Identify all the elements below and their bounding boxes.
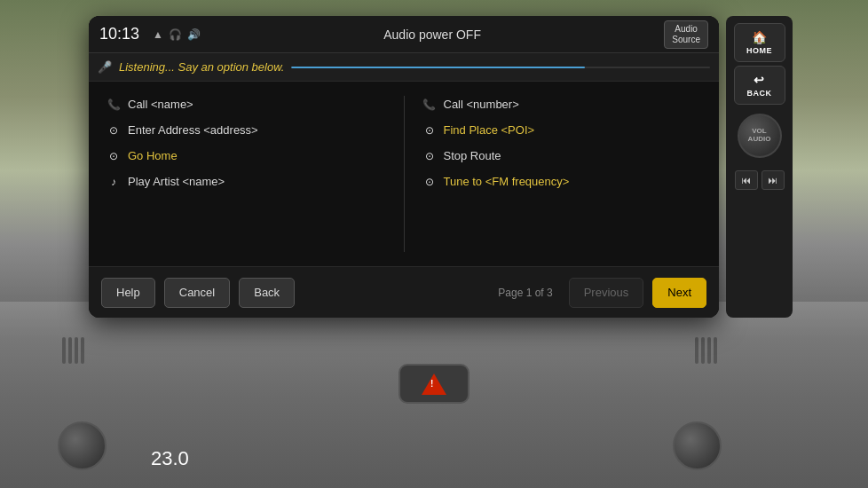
climate-knob-right[interactable] — [673, 421, 722, 470]
left-options-column: 📞 Call <name> ⊙ Enter Address <address> … — [89, 89, 404, 259]
page-info: Page 1 of 3 — [304, 287, 560, 299]
option-stop-route[interactable]: ⊙ Stop Route — [419, 144, 706, 168]
climate-knob-left[interactable] — [58, 421, 107, 470]
nav-icon: ⊙ — [422, 124, 437, 137]
option-go-home[interactable]: ⊙ Go Home — [103, 144, 390, 168]
header-icons: ▲ 🎧 🔊 — [153, 28, 201, 41]
back-button[interactable]: Back — [239, 278, 295, 308]
volume-knob[interactable]: VOL AUDIO — [738, 114, 782, 158]
help-button[interactable]: Help — [101, 278, 155, 308]
back-arrow-icon: ↩ — [754, 73, 765, 87]
option-label: Tune to <FM frequency> — [444, 175, 570, 188]
listening-progress-bar — [291, 67, 710, 68]
nav-icon: ⊙ — [422, 176, 437, 188]
time-display: 10:13 — [99, 25, 142, 43]
option-enter-address[interactable]: ⊙ Enter Address <address> — [103, 118, 390, 142]
prev-track-button[interactable]: ⏮ — [735, 170, 758, 190]
option-label: Go Home — [128, 149, 178, 162]
media-controls: ⏮ ⏭ — [735, 170, 785, 190]
phone-icon: 📞 — [107, 98, 121, 111]
phone-icon: 📞 — [422, 98, 437, 111]
home-label: HOME — [746, 46, 772, 55]
music-icon: ♪ — [107, 176, 121, 188]
vol-label: VOL AUDIO — [748, 128, 771, 144]
phone-icon: 🎧 — [169, 28, 182, 41]
home-icon: 🏠 — [752, 30, 768, 44]
back-label: BACK — [747, 89, 772, 98]
option-label: Play Artist <name> — [128, 175, 225, 188]
hazard-button[interactable] — [398, 364, 470, 404]
option-label: Find Place <POI> — [444, 123, 535, 137]
option-call-number[interactable]: 📞 Call <number> — [419, 92, 706, 116]
temperature-value: 23.0 — [151, 447, 189, 469]
option-label: Stop Route — [444, 149, 501, 162]
right-options-column: 📞 Call <number> ⊙ Find Place <POI> ⊙ Sto… — [405, 89, 720, 259]
right-control-panel: 🏠 HOME ↩ BACK VOL AUDIO ⏮ ⏭ — [726, 16, 793, 318]
vent-left — [62, 337, 84, 364]
nav-icon: ⊙ — [107, 150, 121, 162]
listening-progress-fill — [291, 67, 584, 68]
next-track-button[interactable]: ⏭ — [761, 170, 785, 190]
options-area: 📞 Call <name> ⊙ Enter Address <address> … — [89, 82, 719, 266]
next-button[interactable]: Next — [652, 278, 706, 308]
listening-bar: 🎤 Listening... Say an option below. — [89, 53, 719, 82]
cancel-button[interactable]: Cancel — [164, 278, 230, 308]
microphone-icon: 🎤 — [98, 60, 112, 74]
nav-icon: ⊙ — [422, 150, 437, 162]
nav-icon: ⊙ — [107, 124, 121, 137]
option-label: Call <number> — [444, 98, 519, 111]
infotainment-screen: 10:13 ▲ 🎧 🔊 Audio power OFF AudioSource … — [89, 16, 719, 318]
option-label: Enter Address <address> — [128, 123, 258, 137]
temperature-display: 23.0 — [151, 447, 189, 470]
option-label: Call <name> — [128, 98, 193, 111]
home-button[interactable]: 🏠 HOME — [734, 23, 785, 62]
previous-button: Previous — [569, 278, 644, 308]
listening-text: Listening... Say an option below. — [119, 60, 284, 74]
audio-status: Audio power OFF — [211, 28, 653, 42]
option-play-artist[interactable]: ♪ Play Artist <name> — [103, 169, 390, 193]
option-find-place[interactable]: ⊙ Find Place <POI> — [419, 118, 706, 142]
signal-icon: ▲ — [153, 28, 163, 41]
option-tune-fm[interactable]: ⊙ Tune to <FM frequency> — [419, 169, 706, 193]
header-bar: 10:13 ▲ 🎧 🔊 Audio power OFF AudioSource — [89, 16, 719, 53]
bottom-button-bar: Help Cancel Back Page 1 of 3 Previous Ne… — [89, 266, 719, 318]
option-call-name[interactable]: 📞 Call <name> — [103, 92, 390, 116]
back-nav-button[interactable]: ↩ BACK — [734, 66, 785, 105]
vent-right — [695, 337, 717, 364]
volume-icon: 🔊 — [187, 28, 201, 41]
audio-source-button[interactable]: AudioSource — [664, 20, 708, 49]
hazard-icon — [422, 374, 446, 395]
